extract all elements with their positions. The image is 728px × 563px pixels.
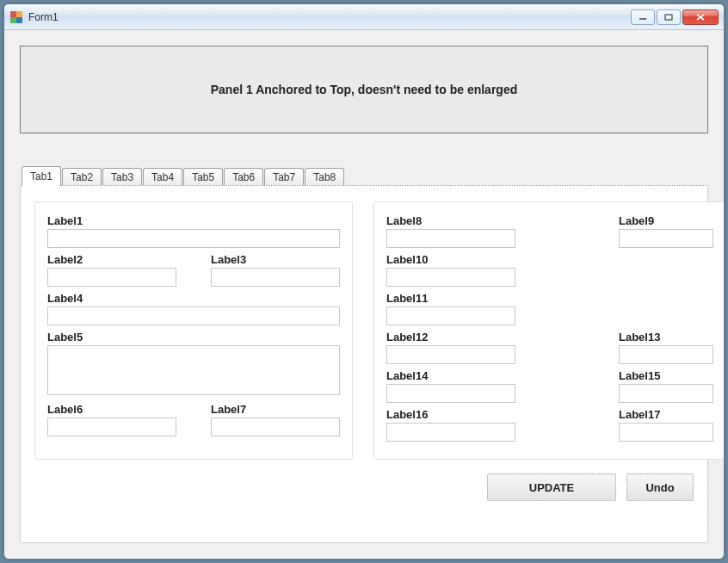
button-bar: UPDATE Undo bbox=[34, 473, 694, 501]
undo-button[interactable]: Undo bbox=[626, 473, 694, 501]
label-16: Label16 bbox=[386, 408, 515, 421]
input-6[interactable] bbox=[47, 418, 176, 436]
maximize-button[interactable] bbox=[657, 9, 681, 25]
tab-strip: Tab1 Tab2 Tab3 Tab4 Tab5 Tab6 Tab7 Tab8 bbox=[20, 166, 708, 185]
input-2[interactable] bbox=[47, 268, 176, 287]
input-17[interactable] bbox=[619, 423, 713, 442]
label-9: Label9 bbox=[619, 214, 713, 227]
panel-1-text: Panel 1 Anchored to Top, doesn't need to… bbox=[211, 83, 517, 96]
close-button[interactable] bbox=[682, 9, 719, 25]
input-8[interactable] bbox=[386, 229, 515, 248]
label-1: Label1 bbox=[47, 214, 340, 227]
svg-rect-3 bbox=[16, 17, 22, 23]
label-7: Label7 bbox=[211, 403, 340, 416]
minimize-button[interactable] bbox=[631, 9, 655, 25]
panel-1: Panel 1 Anchored to Top, doesn't need to… bbox=[20, 46, 708, 133]
tab-tab5[interactable]: Tab5 bbox=[183, 168, 223, 186]
input-4[interactable] bbox=[47, 306, 340, 325]
tab-tab7[interactable]: Tab7 bbox=[264, 168, 304, 186]
label-4: Label4 bbox=[47, 292, 340, 305]
window-title: Form1 bbox=[28, 11, 59, 23]
title-bar[interactable]: Form1 bbox=[4, 4, 724, 30]
tab-tab3[interactable]: Tab3 bbox=[102, 168, 142, 186]
input-14[interactable] bbox=[386, 384, 515, 403]
label-3: Label3 bbox=[211, 253, 340, 266]
update-button[interactable]: UPDATE bbox=[487, 473, 616, 501]
input-15[interactable] bbox=[619, 384, 713, 403]
label-5: Label5 bbox=[47, 331, 340, 343]
svg-rect-0 bbox=[10, 11, 16, 17]
left-panel: Label1 Label2 Label3 Label4 bbox=[34, 201, 353, 460]
tab-tab1[interactable]: Tab1 bbox=[22, 166, 61, 186]
label-11: Label11 bbox=[386, 292, 713, 305]
tab-tab4[interactable]: Tab4 bbox=[143, 168, 182, 186]
input-13[interactable] bbox=[619, 345, 713, 364]
label-8: Label8 bbox=[386, 214, 515, 227]
input-5[interactable] bbox=[47, 345, 340, 395]
svg-rect-5 bbox=[665, 15, 672, 20]
label-12: Label12 bbox=[386, 331, 515, 343]
tab-tab6[interactable]: Tab6 bbox=[224, 168, 263, 186]
window-frame: Form1 Panel 1 Anchored to Top, doesn't n… bbox=[3, 3, 725, 560]
input-11[interactable] bbox=[386, 306, 515, 325]
tab-page-1: Label1 Label2 Label3 Label4 bbox=[20, 185, 708, 543]
label-6: Label6 bbox=[47, 403, 176, 416]
label-15: Label15 bbox=[619, 369, 713, 382]
right-panel: Label8 Label9 Label10 Label11 bbox=[373, 201, 725, 460]
label-13: Label13 bbox=[619, 331, 713, 343]
label-10: Label10 bbox=[386, 253, 713, 266]
client-area: Panel 1 Anchored to Top, doesn't need to… bbox=[4, 30, 724, 559]
input-3[interactable] bbox=[211, 268, 340, 287]
input-16[interactable] bbox=[386, 423, 515, 442]
svg-rect-1 bbox=[16, 11, 22, 17]
input-1[interactable] bbox=[47, 229, 340, 248]
svg-rect-2 bbox=[10, 17, 16, 23]
label-14: Label14 bbox=[386, 369, 515, 382]
input-10[interactable] bbox=[386, 268, 515, 287]
app-icon bbox=[9, 10, 23, 24]
tab-tab2[interactable]: Tab2 bbox=[62, 168, 102, 186]
input-9[interactable] bbox=[619, 229, 713, 248]
input-12[interactable] bbox=[386, 345, 515, 364]
label-2: Label2 bbox=[47, 253, 176, 266]
label-17: Label17 bbox=[619, 408, 713, 421]
input-7[interactable] bbox=[211, 418, 340, 436]
tab-tab8[interactable]: Tab8 bbox=[305, 168, 344, 186]
